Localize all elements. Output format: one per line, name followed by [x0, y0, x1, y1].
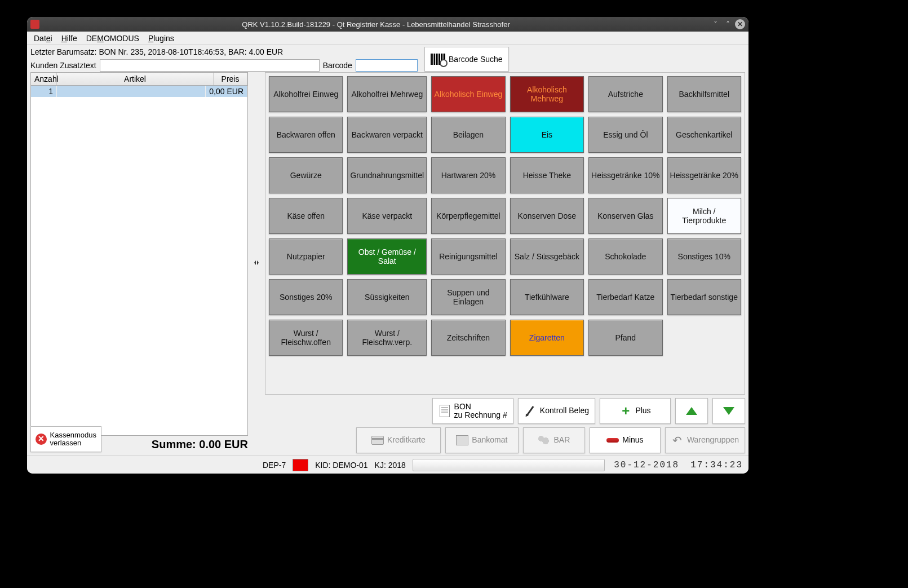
category-button[interactable]: Sonstiges 10%	[667, 238, 741, 275]
category-button[interactable]: Obst / Gemüse / Salat	[347, 238, 427, 275]
col-qty[interactable]: Anzahl	[31, 73, 57, 85]
category-label: Heissgetränke 10%	[591, 171, 659, 180]
category-label: Sonstiges 10%	[678, 252, 730, 261]
category-button[interactable]: Sonstiges 20%	[269, 279, 343, 315]
category-button[interactable]: Pfand	[588, 320, 662, 356]
category-button[interactable]: Käse offen	[269, 198, 343, 234]
category-button[interactable]: Salz / Süssgebäck	[510, 238, 584, 275]
customer-extra-input[interactable]	[100, 59, 320, 72]
col-price[interactable]: Preis	[214, 73, 247, 85]
category-label: Zeitschriften	[447, 333, 490, 342]
minus-icon	[606, 438, 619, 443]
category-label: Suppen und Einlagen	[434, 288, 502, 306]
category-button[interactable]: Tiefkühlware	[510, 279, 584, 315]
category-button[interactable]: Alkoholisch Einweg	[431, 76, 505, 112]
category-button[interactable]: Backwaren verpackt	[347, 117, 427, 153]
chevron-up-icon	[686, 407, 697, 415]
card-icon	[371, 436, 384, 445]
category-label: Körperpflegemittel	[436, 211, 500, 220]
app-icon	[30, 20, 39, 29]
category-button[interactable]: Aufstriche	[588, 76, 662, 112]
plus-button[interactable]: Plus	[600, 398, 671, 424]
category-label: Tiefkühlware	[525, 293, 569, 302]
category-button[interactable]: Heisse Theke	[510, 157, 584, 193]
menu-help[interactable]: Hilfe	[57, 33, 82, 44]
close-circle-icon: ✕	[36, 434, 47, 445]
category-button[interactable]: Käse verpackt	[347, 198, 427, 234]
bon-to-invoice-button[interactable]: BON zu Rechnung #	[432, 398, 513, 424]
category-button[interactable]: Körperpflegemittel	[431, 198, 505, 234]
category-label: Essig und Öl	[603, 130, 648, 139]
menu-file[interactable]: Datei	[29, 33, 57, 44]
status-kj: KJ: 2018	[375, 461, 406, 470]
category-label: Tierbedarf sonstige	[671, 293, 738, 302]
category-button[interactable]: Grundnahrungsmittel	[347, 157, 427, 193]
category-button[interactable]: Zigaretten	[510, 320, 584, 356]
category-button[interactable]: Wurst / Fleischw.offen	[269, 320, 343, 356]
category-button[interactable]: Beilagen	[431, 117, 505, 153]
category-label: Backwaren offen	[277, 130, 335, 139]
control-receipt-button[interactable]: Kontroll Beleg	[518, 398, 595, 424]
category-label: Obst / Gemüse / Salat	[350, 247, 424, 266]
titlebar: QRK V1.10.2.Build-181229 - Qt Registrier…	[27, 17, 748, 32]
status-time: 17:34:23	[688, 460, 745, 470]
category-button[interactable]: Backhilfsmittel	[667, 76, 741, 112]
category-button[interactable]: Backwaren offen	[269, 117, 343, 153]
category-label: Schokolade	[605, 252, 646, 261]
category-button[interactable]: Süssigkeiten	[347, 279, 427, 315]
category-button[interactable]: Alkoholfrei Einweg	[269, 76, 343, 112]
category-label: Gewürze	[290, 171, 322, 180]
category-pane: Alkoholfrei EinwegAlkoholfrei MehrwegAlk…	[265, 72, 745, 453]
exit-register-button[interactable]: ✕ Kassenmodus verlassen	[30, 426, 101, 452]
category-button[interactable]: Alkoholfrei Mehrweg	[347, 76, 427, 112]
minimize-button[interactable]: ˅	[710, 19, 720, 29]
barcode-label: Barcode	[323, 61, 352, 70]
category-label: Nutzpapier	[287, 252, 325, 261]
barcode-input[interactable]	[356, 59, 418, 72]
category-button[interactable]: Nutzpapier	[269, 238, 343, 275]
statusbar: DEP-7 KID: DEMO-01 KJ: 2018 30-12-2018 1…	[27, 456, 748, 474]
menu-demo[interactable]: DEMOMODUS	[82, 33, 144, 44]
category-label: Alkoholfrei Einweg	[273, 90, 338, 99]
category-button[interactable]: Hartwaren 20%	[431, 157, 505, 193]
status-kid: KID: DEMO-01	[315, 461, 367, 470]
barcode-search-button[interactable]: Barcode Suche	[424, 47, 509, 72]
category-button[interactable]: Geschenkartikel	[667, 117, 741, 153]
close-button[interactable]: ✕	[735, 19, 745, 29]
category-button[interactable]: Tierbedarf Katze	[588, 279, 662, 315]
category-button[interactable]: Konserven Dose	[510, 198, 584, 234]
category-label: Süssigkeiten	[365, 293, 409, 302]
status-progress	[413, 459, 605, 471]
category-button[interactable]: Tierbedarf sonstige	[667, 279, 741, 315]
category-button[interactable]: Reinigungsmittel	[431, 238, 505, 275]
category-label: Alkoholisch Einweg	[435, 90, 503, 99]
maximize-button[interactable]: ˄	[723, 19, 733, 29]
category-label: Grundnahrungsmittel	[350, 171, 424, 180]
category-button[interactable]: Gewürze	[269, 157, 343, 193]
category-label: Beilagen	[453, 130, 484, 139]
col-article[interactable]: Artikel	[57, 73, 214, 85]
table-row[interactable]: 1 0,00 EUR	[31, 86, 247, 97]
table-body: 1 0,00 EUR	[31, 86, 247, 435]
category-label: Hartwaren 20%	[441, 171, 496, 180]
splitter-handle[interactable]	[253, 72, 260, 453]
category-button[interactable]: Heissgetränke 20%	[667, 157, 741, 193]
document-icon	[440, 405, 450, 417]
category-label: Milch / Tierprodukte	[670, 207, 738, 225]
receipt-pane: Anzahl Artikel Preis 1 0,00 EUR Summe: 0…	[30, 72, 248, 453]
category-button[interactable]: Milch / Tierprodukte	[667, 198, 741, 234]
category-button[interactable]: Schokolade	[588, 238, 662, 275]
category-button[interactable]: Essig und Öl	[588, 117, 662, 153]
category-button[interactable]: Suppen und Einlagen	[431, 279, 505, 315]
category-button[interactable]: Heissgetränke 10%	[588, 157, 662, 193]
category-button[interactable]: Eis	[510, 117, 584, 153]
scroll-down-button[interactable]	[712, 398, 745, 424]
category-button[interactable]: Zeitschriften	[431, 320, 505, 356]
category-button[interactable]: Alkoholisch Mehrweg	[510, 76, 584, 112]
minus-button[interactable]: Minus	[590, 427, 661, 453]
menu-plugins[interactable]: Plugins	[144, 33, 179, 44]
category-button[interactable]: Wurst / Fleischw.verp.	[347, 320, 427, 356]
scroll-up-button[interactable]	[675, 398, 708, 424]
cell-qty: 1	[31, 86, 57, 97]
category-button[interactable]: Konserven Glas	[588, 198, 662, 234]
